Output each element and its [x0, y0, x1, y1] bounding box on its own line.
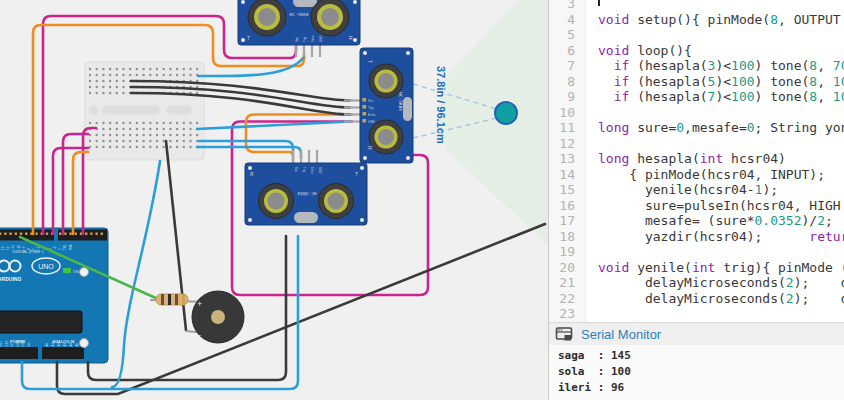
serial-row: sola : 100 — [558, 364, 844, 380]
resistor-band — [175, 294, 178, 305]
serial-rows: saga : 145sola : 100ileri : 96 — [549, 345, 844, 400]
transducer — [369, 64, 403, 98]
serial-monitor-icon — [555, 326, 573, 342]
line-number: 15 — [549, 182, 575, 198]
code-line[interactable]: 7 if (hesapla(3)<100) tone(8, 70 — [549, 58, 844, 74]
svg-text:3.3V: 3.3V — [5, 341, 9, 347]
svg-text:13: 13 — [1, 246, 5, 250]
transmitter-label: T — [367, 60, 373, 63]
svg-text:Echo: Echo — [310, 167, 314, 174]
code-line[interactable]: 22 delayMicroseconds(2); d — [549, 291, 844, 307]
breadboard-slot — [90, 106, 99, 115]
buzzer-minus-label: - — [198, 330, 201, 340]
svg-text:Vin: Vin — [27, 342, 31, 346]
power-header-strip — [0, 347, 38, 359]
code-line[interactable]: 6void loop(){ — [549, 43, 844, 59]
line-number: 21 — [549, 275, 575, 291]
ultrasonic-sensor-top[interactable]: HC-SR04 T R VccTrigEchoGND — [238, 0, 360, 57]
code-line[interactable]: 19 — [549, 244, 844, 260]
target-ball[interactable] — [495, 102, 517, 124]
line-number: 8 — [549, 74, 575, 90]
code-line[interactable]: 15 yenile(hcsr04-1); — [549, 182, 844, 198]
svg-text:A3: A3 — [63, 343, 67, 347]
transducer — [369, 120, 403, 154]
transducer — [259, 184, 294, 219]
receiver-label: R — [349, 35, 353, 41]
svg-text:GND: GND — [21, 340, 25, 346]
mounting-hole — [80, 268, 89, 277]
line-number: 9 — [549, 89, 575, 105]
serial-row: ileri : 96 — [558, 380, 844, 396]
code-line[interactable]: 11long sure=0,mesafe=0; String yon — [549, 120, 844, 136]
wire-black[interactable] — [88, 236, 286, 380]
svg-text:Vcc: Vcc — [368, 99, 374, 103]
code-line[interactable]: 4void setup(){ pinMode(8, OUTPUT — [549, 12, 844, 28]
line-number: 3 — [549, 0, 575, 12]
code-line[interactable]: 18 yazdir(hcsr04); return — [549, 229, 844, 245]
code-line[interactable]: 5 — [549, 27, 844, 43]
code-line[interactable]: 8 if (hesapla(5)<100) tone(8, 10 — [549, 74, 844, 90]
svg-text:Trig: Trig — [303, 37, 307, 42]
line-number: 23 — [549, 306, 575, 322]
serial-monitor-title: Serial Monitor — [581, 327, 661, 342]
svg-text:Echo: Echo — [311, 35, 315, 42]
svg-text:Echo: Echo — [368, 113, 375, 117]
svg-text:RX0: RX0 — [69, 244, 73, 250]
line-number: 4 — [549, 12, 575, 28]
line-number: 7 — [549, 58, 575, 74]
line-number: 16 — [549, 198, 575, 214]
svg-text:12: 12 — [6, 246, 10, 250]
line-number: 5 — [549, 27, 575, 43]
sensor-model-label: HC-SR04 — [297, 191, 316, 196]
line-number: 10 — [549, 105, 575, 121]
svg-text:A1: A1 — [51, 343, 55, 347]
receiver-label: R — [250, 171, 254, 177]
buzzer-plus-label: + — [197, 299, 202, 309]
code-line[interactable]: 17 mesafe= (sure*0.0352)/2; — [549, 213, 844, 229]
line-number: 6 — [549, 43, 575, 59]
piezo-buzzer[interactable]: + - — [186, 291, 244, 343]
line-number: 13 — [549, 151, 575, 167]
arduino-uno[interactable]: 1312~11~10~987~6~54~32TX1RX0 DIGITAL (PW… — [0, 228, 108, 363]
svg-text:~3: ~3 — [53, 246, 57, 250]
resistor-band — [182, 294, 185, 305]
svg-text:GND: GND — [318, 167, 322, 175]
code-line[interactable]: 23 — [549, 306, 844, 322]
wire-cyan[interactable] — [112, 161, 160, 387]
code-line[interactable]: 21 delayMicroseconds(2); d — [549, 275, 844, 291]
line-number: 20 — [549, 260, 575, 276]
ultrasonic-sensor-bottom[interactable]: HC-SR04 R T VccTrigEchoGND — [245, 150, 367, 225]
svg-text:TX1: TX1 — [63, 244, 67, 250]
crystal — [293, 0, 317, 7]
analog-header-strip — [42, 347, 84, 359]
ultrasonic-sensor-middle[interactable]: HC-SR04 T R VccTrigEchoGND — [344, 48, 413, 163]
line-number: 19 — [549, 244, 575, 260]
code-line[interactable]: 13long hesapla(int hcsr04) — [549, 151, 844, 167]
serial-monitor-header[interactable]: Serial Monitor — [549, 322, 844, 345]
svg-text:5V: 5V — [10, 343, 14, 347]
code-editor[interactable]: 34void setup(){ pinMode(8, OUTPUT56void … — [549, 0, 844, 322]
code-line[interactable]: 20void yenile(int trig){ pinMode ( — [549, 260, 844, 276]
line-number: 17 — [549, 213, 575, 229]
serial-row: saga : 145 — [558, 348, 844, 364]
svg-text:A5: A5 — [75, 343, 79, 347]
circuit-canvas[interactable]: 37.8in / 96.1cm 1312~11~10~987~6~54~32TX… — [0, 0, 548, 400]
svg-text:Trig: Trig — [302, 167, 306, 172]
arduino-brand-label: ARDUINO — [0, 276, 21, 282]
line-number: 22 — [549, 291, 575, 307]
transducer — [319, 184, 354, 219]
crystal — [403, 97, 412, 121]
wire-orange[interactable] — [73, 152, 88, 234]
svg-text:A2: A2 — [57, 343, 61, 347]
code-line[interactable]: 12 — [549, 136, 844, 152]
code-line[interactable]: 14 { pinMode(hcsr04, INPUT); — [549, 167, 844, 183]
ultrasonic-cone — [438, 0, 548, 245]
svg-text:Vcc: Vcc — [295, 36, 299, 42]
transmitter-label: T — [247, 35, 250, 41]
code-line[interactable]: 9 if (hesapla(7)<100) tone(8, 10 — [549, 89, 844, 105]
code-line[interactable]: 3 — [549, 0, 844, 12]
breadboard[interactable] — [85, 62, 204, 160]
line-number: 11 — [549, 120, 575, 136]
code-line[interactable]: 10 — [549, 105, 844, 121]
code-line[interactable]: 16 sure=pulseIn(hcsr04, HIGH — [549, 198, 844, 214]
